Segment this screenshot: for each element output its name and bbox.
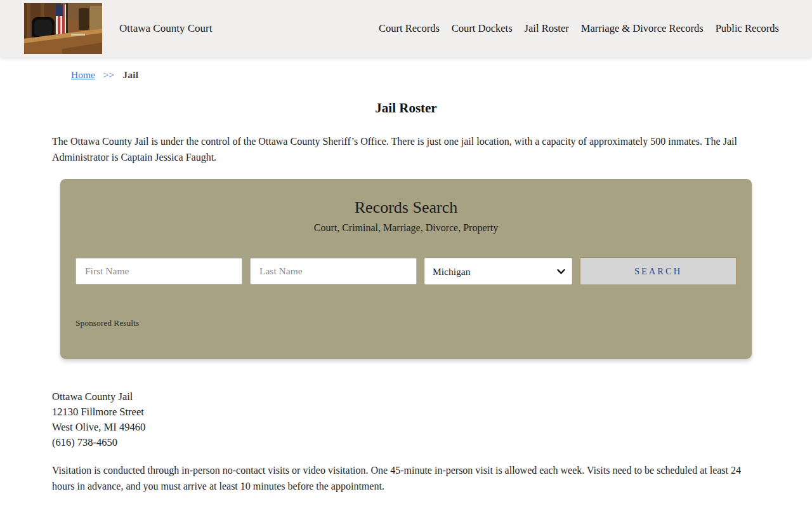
nav-item-court-records[interactable]: Court Records	[379, 22, 440, 35]
jail-name: Ottawa County Jail	[52, 389, 760, 404]
breadcrumb-separator: >>	[103, 69, 114, 80]
search-form-row: Michigan SEARCH	[75, 258, 737, 285]
state-select[interactable]: Michigan	[424, 258, 572, 284]
site-title[interactable]: Ottawa County Court	[119, 22, 212, 35]
breadcrumb-current-jail: Jail	[122, 69, 138, 80]
jail-address-block: Ottawa County Jail 12130 Fillmore Street…	[52, 389, 760, 450]
breadcrumb: Home >> Jail	[71, 69, 760, 81]
main-content: Home >> Jail Jail Roster The Ottawa Coun…	[0, 69, 812, 494]
nav-item-court-dockets[interactable]: Court Dockets	[452, 22, 513, 35]
jail-city-state-zip: West Olive, MI 49460	[52, 420, 760, 435]
nav-item-jail-roster[interactable]: Jail Roster	[525, 22, 569, 35]
search-panel-subtitle: Court, Criminal, Marriage, Divorce, Prop…	[75, 222, 737, 234]
courtroom-photo-icon	[24, 3, 102, 54]
visitation-paragraph: Visitation is conducted through in-perso…	[52, 463, 760, 494]
breadcrumb-home-link[interactable]: Home	[71, 69, 95, 80]
main-nav: Court Records Court Dockets Jail Roster …	[379, 22, 779, 35]
site-header: Ottawa County Court Court Records Court …	[0, 0, 812, 57]
state-select-wrap: Michigan	[424, 258, 572, 285]
page-title: Jail Roster	[52, 100, 760, 116]
jail-phone: (616) 738-4650	[52, 435, 760, 450]
first-name-input[interactable]	[75, 258, 242, 284]
site-logo[interactable]	[24, 3, 102, 54]
records-search-panel: Records Search Court, Criminal, Marriage…	[60, 179, 752, 359]
intro-paragraph: The Ottawa County Jail is under the cont…	[52, 134, 760, 165]
last-name-input[interactable]	[250, 258, 417, 284]
search-button[interactable]: SEARCH	[580, 257, 737, 285]
search-panel-title: Records Search	[75, 198, 737, 217]
nav-item-marriage-divorce-records[interactable]: Marriage & Divorce Records	[581, 22, 704, 35]
nav-item-public-records[interactable]: Public Records	[716, 22, 779, 35]
sponsored-results-label: Sponsored Results	[75, 318, 737, 328]
jail-street: 12130 Fillmore Street	[52, 404, 760, 420]
